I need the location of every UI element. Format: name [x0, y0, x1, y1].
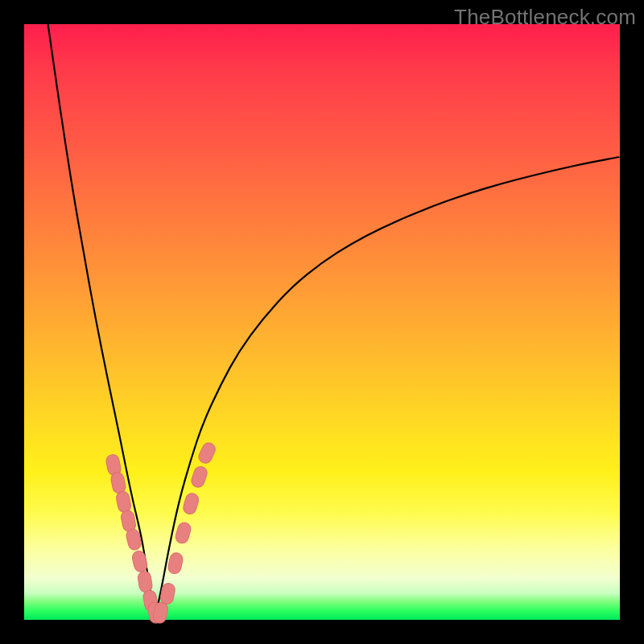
- plot-area: [24, 24, 620, 620]
- marker-capsule: [115, 490, 132, 514]
- marker-capsule: [174, 521, 192, 544]
- curve-right-arm: [155, 157, 620, 617]
- marker-capsule: [196, 441, 217, 465]
- chart-overlay: [24, 24, 620, 620]
- marker-capsule: [167, 551, 184, 575]
- marker-capsule: [190, 465, 208, 489]
- watermark-text: TheBottleneck.com: [454, 5, 636, 30]
- marker-capsule: [109, 471, 126, 494]
- marker-capsule: [137, 571, 153, 593]
- marker-capsule: [131, 550, 149, 573]
- chart-frame: TheBottleneck.com: [0, 0, 644, 644]
- marker-capsule: [182, 492, 200, 515]
- curve-left-arm: [48, 24, 155, 617]
- marker-group: [105, 441, 217, 625]
